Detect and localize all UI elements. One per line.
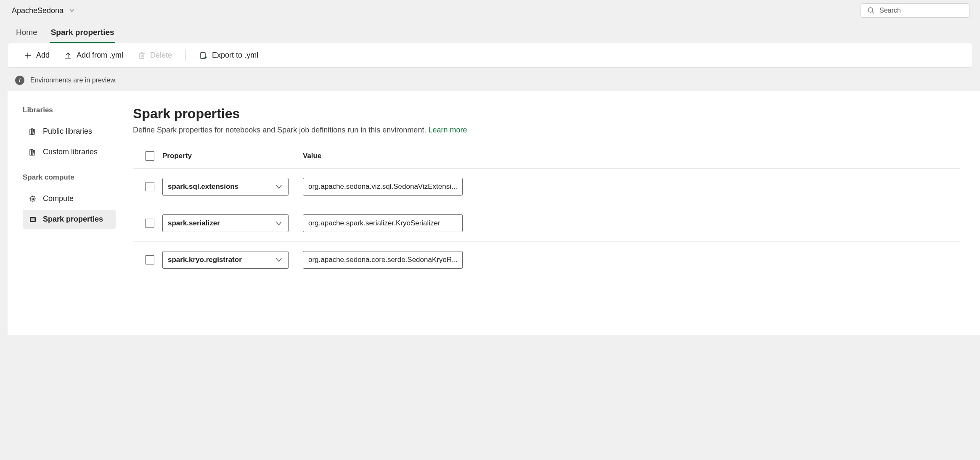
- value-input[interactable]: org.apache.sedona.viz.sql.SedonaVizExten…: [303, 178, 463, 196]
- svg-rect-11: [201, 53, 205, 58]
- svg-rect-6: [140, 54, 144, 58]
- svg-rect-17: [33, 150, 35, 155]
- table-header-row: Property Value: [133, 146, 960, 169]
- export-icon: [199, 51, 208, 60]
- info-bar: i Environments are in preview.: [0, 70, 980, 91]
- select-all-checkbox[interactable]: [145, 151, 154, 161]
- subtitle-text: Define Spark properties for notebooks an…: [133, 126, 428, 134]
- table-row: spark.kryo.registrator org.apache.sedona…: [133, 242, 960, 278]
- svg-rect-27: [31, 220, 35, 221]
- property-value: spark.sql.extensions: [168, 182, 238, 191]
- section-compute-title: Spark compute: [23, 173, 116, 182]
- add-label: Add: [36, 51, 50, 60]
- row-checkbox[interactable]: [145, 182, 154, 191]
- chip-icon: [29, 195, 37, 203]
- add-from-yml-label: Add from .yml: [77, 51, 123, 60]
- value-input[interactable]: org.apache.sedona.core.serde.SedonaKryoR…: [303, 251, 463, 269]
- property-select[interactable]: spark.kryo.registrator: [162, 251, 289, 269]
- page-subtitle: Define Spark properties for notebooks an…: [133, 126, 960, 135]
- toolbar-divider: [185, 50, 186, 61]
- top-bar: ApacheSedona Search: [0, 0, 980, 19]
- content-area: Spark properties Define Spark properties…: [121, 91, 980, 335]
- property-select[interactable]: spark.serializer: [162, 214, 289, 232]
- sidebar-item-label: Spark properties: [43, 215, 103, 224]
- sidebar-item-compute[interactable]: Compute: [23, 189, 116, 208]
- tab-bar: Home Spark properties: [0, 19, 980, 43]
- property-value: spark.kryo.registrator: [168, 256, 242, 264]
- export-to-yml-label: Export to .yml: [212, 51, 258, 60]
- chevron-down-icon: [68, 6, 76, 15]
- svg-rect-13: [32, 129, 33, 135]
- svg-rect-18: [31, 197, 35, 201]
- chevron-down-icon: [275, 219, 283, 227]
- table-row: spark.sql.extensions org.apache.sedona.v…: [133, 169, 960, 205]
- delete-label: Delete: [150, 51, 172, 60]
- property-value: spark.serializer: [168, 219, 220, 227]
- column-property-header: Property: [162, 152, 301, 160]
- add-from-yml-button[interactable]: Add from .yml: [63, 49, 124, 61]
- books-icon: [29, 148, 37, 156]
- add-button[interactable]: Add: [23, 49, 50, 61]
- chevron-down-icon: [275, 182, 283, 191]
- svg-point-0: [868, 8, 873, 12]
- tab-spark-properties[interactable]: Spark properties: [50, 24, 115, 43]
- sidebar: Libraries Public libraries Custom librar…: [8, 91, 121, 335]
- info-message: Environments are in preview.: [30, 77, 117, 84]
- import-icon: [64, 51, 72, 60]
- sidebar-item-label: Custom libraries: [43, 148, 98, 156]
- tab-home[interactable]: Home: [15, 24, 38, 43]
- search-input[interactable]: Search: [861, 3, 970, 18]
- delete-button[interactable]: Delete: [137, 49, 173, 61]
- svg-rect-14: [33, 129, 35, 134]
- svg-rect-15: [30, 150, 31, 155]
- svg-rect-25: [31, 218, 35, 218]
- breadcrumb-name: ApacheSedona: [12, 6, 64, 15]
- svg-rect-12: [30, 129, 31, 135]
- sidebar-item-custom-libraries[interactable]: Custom libraries: [23, 143, 116, 161]
- svg-rect-26: [31, 219, 35, 219]
- sidebar-item-label: Public libraries: [43, 127, 92, 136]
- main-area: Libraries Public libraries Custom librar…: [8, 91, 980, 335]
- search-icon: [867, 6, 875, 15]
- value-input[interactable]: org.apache.spark.serializer.KryoSerializ…: [303, 214, 463, 232]
- value-text: org.apache.sedona.core.serde.SedonaKryoR…: [308, 256, 458, 264]
- properties-table: Property Value spark.sql.extensions org.…: [133, 146, 960, 278]
- sidebar-item-spark-properties[interactable]: Spark properties: [23, 210, 116, 229]
- export-to-yml-button[interactable]: Export to .yml: [199, 49, 259, 61]
- sidebar-item-public-libraries[interactable]: Public libraries: [23, 122, 116, 141]
- toolbar: Add Add from .yml Delete Export to .yml: [8, 43, 972, 67]
- chevron-down-icon: [275, 256, 283, 264]
- search-placeholder: Search: [879, 7, 901, 14]
- list-icon: [29, 215, 37, 224]
- sidebar-item-label: Compute: [43, 194, 74, 203]
- svg-point-19: [32, 198, 34, 199]
- info-icon: i: [15, 76, 24, 85]
- row-checkbox[interactable]: [145, 219, 154, 228]
- value-text: org.apache.sedona.viz.sql.SedonaVizExten…: [308, 182, 457, 191]
- column-value-header: Value: [301, 152, 956, 160]
- section-libraries-title: Libraries: [23, 106, 116, 114]
- learn-more-link[interactable]: Learn more: [428, 126, 467, 134]
- breadcrumb[interactable]: ApacheSedona: [12, 6, 76, 15]
- value-text: org.apache.spark.serializer.KryoSerializ…: [308, 219, 440, 227]
- svg-rect-16: [32, 149, 33, 155]
- plus-icon: [24, 51, 32, 60]
- page-title: Spark properties: [133, 106, 960, 122]
- property-select[interactable]: spark.sql.extensions: [162, 178, 289, 196]
- books-icon: [29, 127, 37, 136]
- select-all-cell: [137, 151, 162, 161]
- row-checkbox[interactable]: [145, 255, 154, 264]
- table-row: spark.serializer org.apache.spark.serial…: [133, 205, 960, 242]
- trash-icon: [138, 51, 146, 60]
- svg-line-1: [872, 12, 874, 14]
